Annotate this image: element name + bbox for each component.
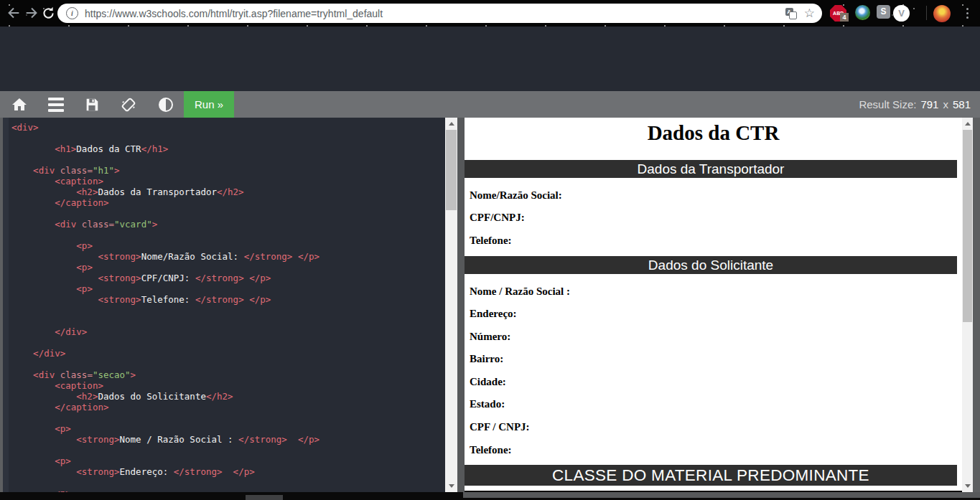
result-scrollbar[interactable] — [962, 118, 973, 492]
arrow-up-icon — [449, 122, 454, 126]
result-size-height: 581 — [953, 98, 971, 110]
field-label: Bairro: — [470, 353, 503, 365]
adblock-badge: 4 — [840, 13, 849, 22]
tryit-toolbar: Run » Result Size: 791 x 581 — [0, 91, 980, 118]
editor-scroll-up-button[interactable] — [445, 118, 457, 130]
section-header-bar: CLASSE DO MATERIAL PREDOMINANTE — [465, 465, 957, 486]
bookmark-star-icon[interactable]: ☆ — [804, 7, 815, 19]
field-label: Telefone: — [470, 444, 512, 456]
editor-scrollbar-thumb[interactable] — [446, 130, 457, 210]
page-header-area — [0, 27, 980, 91]
right-frame — [973, 118, 980, 492]
field-label: Nome/Razão Social: — [470, 189, 562, 202]
refresh-button[interactable] — [38, 3, 58, 23]
bottom-strip — [0, 492, 980, 500]
code-text[interactable]: <div> <h1>Dados da CTR</h1> <div class="… — [3, 118, 445, 492]
screen: i https://www.w3schools.com/html/tryit.a… — [0, 0, 980, 500]
result-size-width: 791 — [920, 98, 938, 110]
chrome-separator — [926, 6, 927, 20]
result-size-sep: x — [943, 98, 948, 110]
refresh-icon — [41, 6, 56, 21]
field-label: CPF / CNPJ: — [470, 421, 530, 433]
save-button[interactable] — [78, 91, 106, 118]
translate-icon[interactable]: A — [785, 8, 797, 19]
panel-divider[interactable] — [457, 118, 465, 492]
save-icon — [84, 97, 100, 113]
arrow-down-icon — [965, 484, 971, 488]
home-icon — [11, 96, 28, 113]
contrast-icon — [157, 96, 174, 113]
address-bar[interactable]: i https://www.w3schools.com/html/tryit.a… — [57, 4, 822, 23]
url-text[interactable]: https://www.w3schools.com/html/tryit.asp… — [85, 8, 785, 19]
run-button[interactable]: Run » — [184, 91, 234, 118]
frame-bottom-border — [463, 492, 980, 498]
v-extension-icon[interactable]: V — [893, 5, 910, 22]
field-label: CPF/CNPJ: — [470, 212, 525, 224]
hamburger-icon — [48, 98, 64, 112]
code-editor[interactable]: <div> <h1>Dados da CTR</h1> <div class="… — [3, 118, 445, 492]
result-panel: Dados da CTR Dados da Transportador Nome… — [465, 118, 962, 491]
field-label: Nome / Razão Social : — [470, 286, 570, 298]
editor-scroll-down-button[interactable] — [445, 480, 457, 492]
s-extension-icon[interactable]: S — [877, 5, 890, 19]
chrome-menu-button[interactable] — [962, 5, 972, 22]
forward-arrow-icon — [24, 5, 39, 21]
contrast-button[interactable] — [152, 91, 179, 118]
result-title: Dados da CTR — [465, 121, 962, 145]
result-scrollbar-thumb[interactable] — [963, 130, 972, 322]
field-label: Cidade: — [470, 376, 506, 388]
result-scroll-down-button[interactable] — [962, 480, 973, 492]
editor-gutter — [3, 118, 9, 492]
orientation-button[interactable] — [115, 91, 142, 118]
home-button[interactable] — [6, 91, 33, 118]
field-label: Número: — [470, 331, 510, 343]
arrow-down-icon — [449, 484, 454, 488]
section-header-bar: Dados do Solicitante — [465, 256, 957, 274]
page-info-icon[interactable]: i — [66, 7, 78, 19]
field-label: Endereço: — [470, 308, 517, 320]
browser-chrome: i https://www.w3schools.com/html/tryit.a… — [0, 0, 980, 27]
result-scroll-up-button[interactable] — [962, 118, 973, 130]
result-size: Result Size: 791 x 581 — [859, 91, 971, 118]
result-size-label: Result Size: — [859, 98, 916, 110]
taskbar-blip — [246, 495, 283, 500]
tryit-main: <div> <h1>Dados da CTR</h1> <div class="… — [0, 118, 980, 492]
field-label: Telefone: — [470, 235, 512, 247]
back-button[interactable] — [4, 3, 24, 23]
back-arrow-icon — [6, 5, 22, 21]
download-manager-extension-icon[interactable] — [855, 5, 870, 20]
profile-avatar[interactable] — [933, 5, 951, 22]
rotate-device-icon — [119, 95, 138, 114]
arrow-up-icon — [965, 122, 971, 126]
section-header-bar: Dados da Transportador — [465, 160, 957, 178]
field-label: Estado: — [470, 398, 505, 410]
editor-scrollbar[interactable] — [445, 118, 457, 492]
menu-button[interactable] — [42, 91, 70, 118]
